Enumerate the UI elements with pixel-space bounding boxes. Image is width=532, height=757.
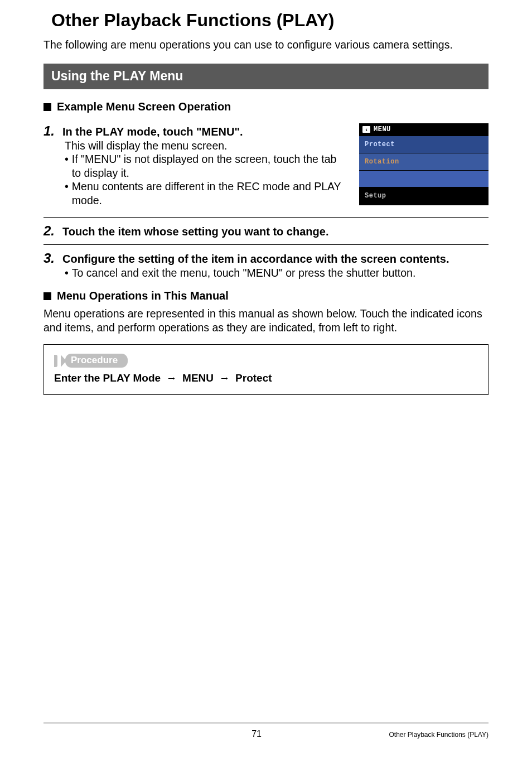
subheading-menu-ops: Menu Operations in This Manual	[43, 290, 489, 302]
bullet-item: • To cancel and exit the menu, touch "ME…	[65, 266, 489, 279]
square-bullet-icon	[43, 103, 51, 111]
step-2-line: 2. Touch the item whose setting you want…	[43, 223, 489, 239]
procedure-label-row: Procedure	[54, 354, 478, 368]
page-title: Other Playback Functions (PLAY)	[51, 10, 489, 31]
arrow-right-icon: →	[219, 372, 230, 384]
bullet-item: • If "MENU" is not displayed on the scre…	[65, 152, 346, 180]
section-heading: Using the PLAY Menu	[43, 64, 489, 89]
procedure-part: Protect	[235, 372, 272, 384]
screenshot-header: ‹ MENU	[359, 123, 489, 136]
step-heading: Configure the setting of the item in acc…	[62, 253, 449, 266]
square-bullet-icon	[43, 292, 51, 300]
step-body: This will display the menu screen.	[65, 139, 346, 152]
step-number: 1.	[43, 123, 58, 139]
page-footer: 71 Other Playback Functions (PLAY)	[43, 722, 489, 739]
procedure-label: Procedure	[65, 354, 128, 368]
bullet-item: • Menu contents are different in the REC…	[65, 180, 346, 207]
menu-screenshot: ‹ MENU Protect Rotation Setup	[359, 123, 489, 205]
step-1-line: 1. In the PLAY mode, touch "MENU".	[43, 123, 346, 139]
subheading-label: Example Menu Screen Operation	[57, 100, 231, 113]
step-1-row: 1. In the PLAY mode, touch "MENU". This …	[43, 123, 489, 211]
procedure-box: Procedure Enter the PLAY Mode → MENU → P…	[43, 344, 489, 395]
footer-section-label: Other Playback Functions (PLAY)	[266, 731, 489, 739]
menu-item-blank	[359, 170, 489, 187]
step-3-line: 3. Configure the setting of the item in …	[43, 250, 489, 266]
page: Other Playback Functions (PLAY) The foll…	[0, 0, 532, 757]
step-1-text: 1. In the PLAY mode, touch "MENU". This …	[43, 123, 346, 211]
subheading-label: Menu Operations in This Manual	[57, 290, 229, 302]
screenshot-header-label: MENU	[374, 126, 391, 133]
bullet-dot-icon: •	[65, 266, 69, 279]
step-2: 2. Touch the item whose setting you want…	[43, 223, 489, 239]
menu-item-setup[interactable]: Setup	[359, 187, 489, 204]
step-heading: In the PLAY mode, touch "MENU".	[62, 126, 243, 138]
divider	[43, 217, 489, 218]
page-number: 71	[43, 729, 266, 739]
back-icon[interactable]: ‹	[362, 126, 370, 133]
bullet-text: Menu contents are different in the REC m…	[72, 180, 346, 207]
bullet-dot-icon: •	[65, 152, 69, 180]
procedure-steps: Enter the PLAY Mode → MENU → Protect	[54, 372, 478, 384]
procedure-marker-icon	[54, 355, 57, 367]
intro-text: The following are menu operations you ca…	[43, 38, 489, 51]
step-1-bullets: • If "MENU" is not displayed on the scre…	[65, 152, 346, 207]
menu-item-rotation[interactable]: Rotation	[359, 153, 489, 170]
step-1: 1. In the PLAY mode, touch "MENU". This …	[43, 123, 346, 207]
divider	[43, 244, 489, 245]
procedure-part: MENU	[182, 372, 214, 384]
step-number: 3.	[43, 250, 58, 266]
footer-divider	[43, 722, 489, 724]
footer-row: 71 Other Playback Functions (PLAY)	[43, 729, 489, 739]
step-3: 3. Configure the setting of the item in …	[43, 250, 489, 279]
subheading-example-menu: Example Menu Screen Operation	[43, 100, 489, 113]
step-heading: Touch the item whose setting you want to…	[62, 225, 328, 238]
bullet-dot-icon: •	[65, 180, 69, 207]
menu-item-protect[interactable]: Protect	[359, 136, 489, 153]
bullet-text: If "MENU" is not displayed on the screen…	[72, 152, 346, 180]
bullet-text: To cancel and exit the menu, touch "MENU…	[72, 266, 416, 279]
procedure-part: Enter the PLAY Mode	[54, 372, 161, 384]
arrow-right-icon: →	[166, 372, 177, 384]
step-3-bullets: • To cancel and exit the menu, touch "ME…	[65, 266, 489, 279]
step-number: 2.	[43, 223, 58, 239]
menu-ops-paragraph: Menu operations are represented in this …	[43, 307, 489, 334]
